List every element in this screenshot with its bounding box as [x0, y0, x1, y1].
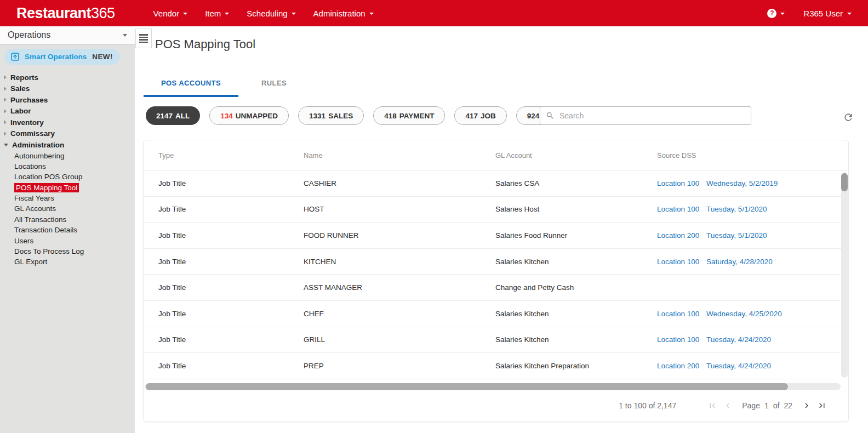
menu-administration[interactable]: Administration [305, 0, 382, 26]
sidebar-item-reports[interactable]: Reports [0, 72, 135, 83]
sidebar-item-locations[interactable]: Locations [0, 161, 135, 172]
sidebar-item-label: Inventory [10, 118, 44, 127]
first-page-icon [707, 401, 717, 411]
tab-pos-accounts[interactable]: POS ACCOUNTS [144, 75, 238, 97]
sidebar-item-gl-accounts[interactable]: GL Accounts [0, 203, 135, 214]
next-page-button[interactable] [799, 398, 814, 413]
sidebar-item-docs-to-process-log[interactable]: Docs To Process Log [0, 246, 135, 257]
column-header-source-dss[interactable]: Source DSS [657, 151, 848, 159]
sidebar-item-label: Fiscal Years [14, 194, 54, 202]
refresh-button[interactable] [843, 112, 855, 124]
menu-scheduling[interactable]: Scheduling [238, 0, 304, 26]
filter-label: JOB [481, 112, 496, 120]
sidebar-item-location-pos-group[interactable]: Location POS Group [0, 172, 135, 182]
previous-page-button[interactable] [720, 398, 735, 413]
cell-name: FOOD RUNNER [304, 231, 495, 240]
cell-gl-account: Salaries Host [495, 205, 657, 213]
source-date-link[interactable]: Tuesday, 5/1/2020 [706, 205, 767, 213]
sidebar-item-fiscal-years[interactable]: Fiscal Years [0, 193, 135, 203]
search-box [540, 106, 751, 125]
cell-name: PREP [304, 362, 495, 370]
source-location-link[interactable]: Location 100 [657, 258, 699, 266]
menu-vendor[interactable]: Vendor [145, 0, 197, 26]
module-selector[interactable]: Operations [0, 26, 135, 44]
sidebar-item-all-transactions[interactable]: All Transactions [0, 214, 135, 225]
source-location-link[interactable]: Location 200 [657, 362, 699, 370]
sidebar-item-sales[interactable]: Sales [0, 83, 135, 95]
table-row[interactable]: Job Title HOST Salaries Host Location 10… [144, 197, 848, 223]
sidebar-item-pos-mapping-tool[interactable]: POS Mapping Tool [0, 183, 135, 193]
column-header-gl-account[interactable]: GL Account [495, 151, 657, 159]
filter-label: ALL [175, 112, 190, 120]
sidebar-item-commissary[interactable]: Commissary [0, 128, 135, 140]
source-location-link[interactable]: Location 200 [657, 231, 699, 240]
user-menu[interactable]: R365 User [803, 9, 852, 18]
cell-type: Job Title [144, 205, 304, 213]
table-row[interactable]: Job Title CHEF Salaries Kitchen Location… [144, 301, 848, 327]
cell-type: Job Title [144, 258, 304, 266]
source-location-link[interactable]: Location 100 [657, 310, 699, 318]
current-page-number: 1 [764, 401, 769, 410]
filter-all[interactable]: 2147 ALL [146, 106, 200, 125]
filter-count: 924 [527, 112, 540, 120]
table-row[interactable]: Job Title FOOD RUNNER Salaries Food Runn… [144, 223, 848, 249]
cell-name: CHEF [304, 310, 495, 318]
sidebar-item-label: Transaction Details [14, 226, 77, 234]
last-page-button[interactable] [814, 398, 830, 413]
sidebar-item-labor[interactable]: Labor [0, 106, 135, 117]
source-date-link[interactable]: Wednesday, 5/2/2019 [706, 179, 778, 187]
cell-source-dss: Location 100 Wednesday, 5/2/2019 [657, 179, 848, 187]
filter-sales[interactable]: 1331 SALES [298, 106, 364, 125]
smart-operations-banner[interactable]: Smart Operations NEW! [4, 49, 120, 65]
user-menu-label: R365 User [803, 9, 843, 18]
filter-job[interactable]: 417 JOB [454, 106, 506, 125]
filter-label: UNMAPPED [236, 112, 278, 120]
sidebar-item-transaction-details[interactable]: Transaction Details [0, 225, 135, 235]
source-date-link[interactable]: Tuesday, 5/1/2020 [706, 231, 767, 240]
chevron-down-icon [369, 13, 374, 15]
restaurant365-logo: Restaurant365 [16, 5, 115, 22]
sidebar-item-users[interactable]: Users [0, 236, 135, 246]
search-input[interactable] [559, 111, 745, 120]
sidebar-toggle-button[interactable] [135, 29, 152, 48]
menu-item[interactable]: Item [196, 0, 238, 26]
of-word: of [773, 401, 780, 410]
column-header-name[interactable]: Name [304, 151, 495, 159]
top-navigation-bar: Restaurant365 Vendor Item Scheduling Adm… [0, 0, 868, 26]
first-page-button[interactable] [705, 398, 720, 413]
sidebar-item-administration[interactable]: Administration [0, 139, 135, 151]
vertical-scrollbar[interactable] [841, 172, 848, 378]
filter-payment[interactable]: 418 PAYMENT [373, 106, 445, 125]
table-row[interactable]: Job Title PREP Salaries Kitchen Preparat… [144, 353, 848, 379]
tab-bar: POS ACCOUNTS RULES [144, 75, 310, 97]
table-row[interactable]: Job Title KITCHEN Salaries Kitchen Locat… [144, 249, 848, 275]
cell-gl-account: Salaries CSA [495, 179, 657, 187]
cell-name: CASHIER [304, 179, 495, 187]
vertical-scrollbar-thumb[interactable] [841, 173, 848, 191]
table-row[interactable]: Job Title GRILL Salaries Kitchen Locatio… [144, 327, 848, 354]
last-page-icon [817, 401, 827, 411]
sidebar-item-purchases[interactable]: Purchases [0, 94, 135, 106]
table-row[interactable]: Job Title CASHIER Salaries CSA Location … [144, 170, 848, 197]
menu-administration-label: Administration [313, 9, 366, 18]
sidebar-item-label: Autonumbering [14, 152, 65, 160]
column-header-type[interactable]: Type [144, 151, 304, 159]
filter-unmapped[interactable]: 134 UNMAPPED [209, 106, 289, 125]
source-date-link[interactable]: Wednesday, 4/25/2020 [706, 310, 782, 318]
source-date-link[interactable]: Saturday, 4/28/2020 [706, 258, 773, 266]
sidebar-item-label: Labor [10, 107, 31, 115]
source-date-link[interactable]: Tuesday, 4/24/2020 [706, 335, 771, 344]
sidebar-item-autonumbering[interactable]: Autonumbering [0, 151, 135, 161]
source-date-link[interactable]: Tuesday, 4/24/2020 [706, 362, 771, 370]
sidebar-item-gl-export[interactable]: GL Export [0, 257, 135, 267]
help-menu[interactable]: ? [767, 9, 785, 18]
source-location-link[interactable]: Location 100 [657, 335, 699, 344]
source-location-link[interactable]: Location 100 [657, 205, 699, 213]
sidebar-item-inventory[interactable]: Inventory [0, 117, 135, 128]
source-location-link[interactable]: Location 100 [657, 179, 699, 187]
table-row[interactable]: Job Title ASST MANAGER Change and Petty … [144, 275, 848, 301]
cell-type: Job Title [144, 283, 304, 292]
cell-gl-account: Salaries Kitchen Preparation [495, 362, 657, 370]
tab-rules[interactable]: RULES [238, 75, 310, 97]
chevron-down-icon [225, 13, 229, 15]
